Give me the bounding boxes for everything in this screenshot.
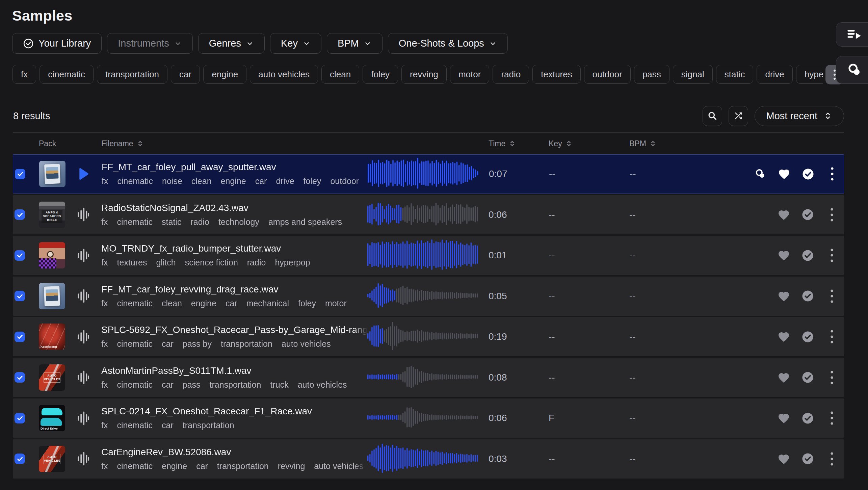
row-checkbox[interactable] — [15, 250, 25, 261]
sample-tag[interactable]: pass — [183, 380, 201, 390]
pack-art[interactable] — [39, 242, 65, 268]
sample-tag[interactable]: cinematic — [117, 217, 153, 227]
tag-chip-signal[interactable]: signal — [673, 65, 713, 84]
favorite-icon[interactable] — [778, 209, 790, 221]
column-time[interactable]: Time — [479, 139, 539, 148]
sample-filename[interactable]: RadioStaticNoSignal_ZA02.43.wav — [101, 203, 367, 213]
column-bpm[interactable]: BPM — [629, 139, 743, 148]
favorite-icon[interactable] — [778, 453, 790, 465]
sample-tag[interactable]: cinematic — [117, 176, 153, 186]
pack-art[interactable]: Direct Drive — [39, 405, 65, 431]
sample-tag[interactable]: fx — [101, 380, 108, 390]
sample-tag[interactable]: clean — [191, 176, 212, 186]
filter-bpm[interactable]: BPM — [327, 33, 383, 54]
tag-chip-radio[interactable]: radio — [493, 65, 529, 84]
row-checkbox[interactable] — [15, 332, 25, 342]
downloaded-icon[interactable] — [801, 290, 814, 302]
sample-tag[interactable]: auto vehicles — [298, 380, 347, 390]
column-filename[interactable]: Filename — [101, 139, 367, 148]
downloaded-icon[interactable] — [801, 412, 814, 424]
sample-tag[interactable]: engine — [162, 461, 187, 471]
waveform[interactable] — [367, 401, 479, 434]
sample-tag[interactable]: fx — [101, 299, 108, 308]
sample-tag[interactable]: fx — [101, 339, 108, 349]
row-menu-icon[interactable] — [830, 248, 834, 263]
downloaded-icon[interactable] — [801, 208, 814, 221]
tag-chip-motor[interactable]: motor — [450, 65, 489, 84]
shuffle-button[interactable] — [729, 106, 748, 126]
waveform[interactable] — [367, 238, 479, 272]
sample-tag[interactable]: fx — [101, 420, 108, 430]
tag-chip-clean[interactable]: clean — [321, 65, 359, 84]
sample-tag[interactable]: cinematic — [117, 461, 153, 471]
downloaded-icon[interactable] — [801, 453, 814, 465]
row-menu-icon[interactable] — [830, 329, 834, 344]
sample-tag[interactable]: outdoor — [330, 176, 359, 186]
sample-tag[interactable]: clean — [162, 299, 182, 308]
favorite-icon[interactable] — [778, 250, 790, 261]
sample-row[interactable]: FF_MT_car_foley_revving_drag_race.wavfxc… — [13, 277, 844, 316]
sample-row[interactable]: AMPS &SPEAKERSBIBLERadioStaticNoSignal_Z… — [13, 195, 844, 234]
sample-row[interactable]: AcceleratorSPLC-5692_FX_Oneshot_Racecar_… — [13, 317, 844, 356]
sample-tag[interactable]: auto vehicles — [282, 339, 331, 349]
sample-tag[interactable]: mechanical — [246, 299, 289, 308]
sample-tag[interactable]: auto vehicles — [314, 461, 363, 471]
sample-tag[interactable]: drive — [276, 176, 294, 186]
sample-tag[interactable]: hyperpop — [275, 258, 310, 267]
downloaded-icon[interactable] — [802, 168, 814, 180]
filter-key[interactable]: Key — [270, 33, 321, 54]
sample-tag[interactable]: cinematic — [117, 380, 153, 390]
row-checkbox[interactable] — [15, 372, 25, 383]
sort-dropdown[interactable]: Most recent — [755, 106, 844, 126]
row-menu-icon[interactable] — [830, 452, 834, 466]
column-key[interactable]: Key — [539, 139, 629, 148]
sample-tag[interactable]: technology — [218, 217, 259, 227]
pack-art[interactable]: Accelerator — [39, 324, 65, 350]
tag-chip-car[interactable]: car — [171, 65, 200, 84]
tag-chip-fx[interactable]: fx — [12, 65, 36, 84]
sample-tag[interactable]: fx — [102, 176, 108, 186]
sample-tag[interactable]: cinematic — [117, 299, 153, 308]
sample-row[interactable]: MO_TRNDY_fx_radio_bumper_stutter.wavfxte… — [13, 236, 844, 275]
row-checkbox[interactable] — [15, 291, 25, 301]
row-checkbox[interactable] — [15, 413, 25, 423]
tag-chip-pass[interactable]: pass — [634, 65, 669, 84]
tag-chip-engine[interactable]: engine — [203, 65, 246, 84]
sample-tag[interactable]: car — [226, 299, 237, 308]
sample-tag[interactable]: noise — [162, 176, 182, 186]
sample-tag[interactable]: cinematic — [117, 420, 153, 430]
pack-art[interactable]: AMPS &SPEAKERSBIBLE — [39, 202, 65, 228]
sample-tag[interactable]: revving — [278, 461, 305, 471]
filter-instruments[interactable]: Instruments — [107, 33, 193, 54]
sample-filename[interactable]: CarEngineRev_BW.52086.wav — [101, 447, 367, 458]
sample-tag[interactable]: engine — [191, 299, 216, 308]
sample-tag[interactable]: amps and speakers — [268, 217, 342, 227]
sample-tag[interactable]: engine — [221, 176, 246, 186]
sample-row[interactable]: FF_MT_car_foley_pull_away_sputter.wavfxc… — [13, 154, 844, 194]
sample-tag[interactable]: pass by — [183, 339, 212, 349]
sample-tag[interactable]: science fiction — [185, 258, 238, 267]
waveform[interactable] — [367, 197, 479, 231]
sample-tag[interactable]: textures — [117, 258, 147, 267]
favorite-icon[interactable] — [778, 331, 790, 342]
sample-tag[interactable]: transportation — [221, 339, 272, 349]
waveform[interactable] — [368, 156, 479, 190]
row-checkbox[interactable] — [15, 209, 25, 220]
pack-art[interactable]: AUTOVEHICLES — [39, 446, 65, 472]
downloaded-icon[interactable] — [801, 249, 814, 262]
row-menu-icon[interactable] — [830, 289, 834, 304]
sample-tag[interactable]: static — [162, 217, 181, 227]
sample-tag[interactable]: car — [162, 380, 174, 390]
sample-tag[interactable]: radio — [190, 217, 209, 227]
tag-chip-hyperpop[interactable]: hyperpop — [796, 65, 823, 84]
sample-filename[interactable]: FF_MT_car_foley_revving_drag_race.wav — [101, 284, 367, 295]
sample-tag[interactable]: car — [196, 461, 208, 471]
waveform[interactable] — [367, 360, 479, 394]
similar-sounds-button[interactable] — [836, 56, 868, 84]
waveform[interactable] — [367, 319, 479, 353]
sample-tag[interactable]: radio — [247, 258, 266, 267]
sample-tag[interactable]: foley — [304, 176, 321, 186]
favorite-icon[interactable] — [778, 168, 790, 180]
tag-chip-transportation[interactable]: transportation — [97, 65, 167, 84]
filter-your-library[interactable]: Your Library — [12, 33, 102, 54]
